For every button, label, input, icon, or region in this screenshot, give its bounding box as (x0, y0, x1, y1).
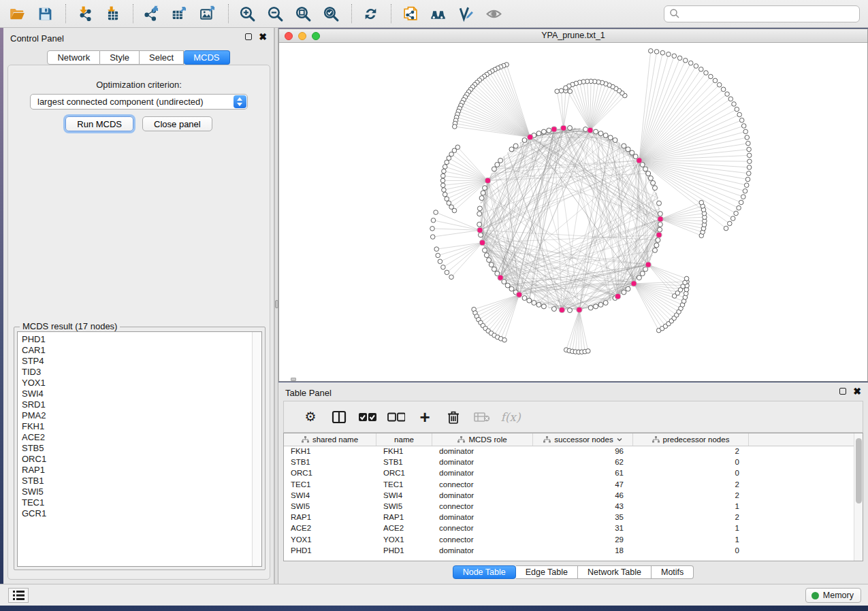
column-header-name[interactable]: name (376, 433, 432, 446)
table-tab-node-table[interactable]: Node Table (453, 565, 516, 579)
delete-columns-icon[interactable] (439, 407, 468, 427)
table-row[interactable]: RAP1RAP1dominator352 (284, 512, 863, 523)
table-row[interactable]: ACE2ACE2connector311 (284, 523, 863, 534)
result-node-item[interactable]: SRD1 (22, 399, 249, 410)
close-panel-icon[interactable]: ✖ (259, 33, 267, 40)
search-input[interactable] (664, 5, 860, 22)
result-node-item[interactable]: PMA2 (22, 410, 249, 421)
zoom-selected-icon[interactable] (321, 4, 341, 23)
memory-button[interactable]: Memory (805, 588, 861, 603)
table-cell: dominator (432, 457, 533, 468)
result-node-item[interactable]: STB1 (22, 476, 249, 486)
run-mcds-button[interactable]: Run MCDS (65, 116, 133, 131)
application-window: Control Panel ✖ NetworkStyleSelectMCDS O… (0, 0, 868, 611)
table-tab-edge-table[interactable]: Edge Table (516, 565, 578, 579)
horizontal-splitter-grip[interactable] (291, 378, 296, 381)
table-row[interactable]: SWI4SWI4dominator462 (284, 491, 863, 501)
close-table-panel-icon[interactable]: ✖ (853, 388, 861, 395)
table-tab-motifs[interactable]: Motifs (652, 565, 694, 579)
result-node-item[interactable]: CAR1 (22, 345, 249, 356)
result-node-item[interactable]: PHD1 (22, 334, 249, 345)
tab-mcds[interactable]: MCDS (184, 50, 229, 65)
network-canvas[interactable] (279, 43, 867, 381)
result-node-item[interactable]: ORC1 (22, 454, 249, 465)
show-columns-icon[interactable] (325, 407, 353, 427)
result-node-item[interactable]: TID3 (22, 367, 249, 378)
result-node-item[interactable]: FKH1 (22, 421, 249, 432)
export-image-icon[interactable] (197, 4, 218, 23)
deselect-all-columns-icon[interactable] (382, 407, 411, 427)
refresh-layout-icon[interactable] (360, 4, 381, 23)
export-table-icon[interactable] (170, 4, 190, 23)
result-list-scrollbar[interactable] (252, 332, 261, 566)
column-header-successor-nodes[interactable]: successor nodes (533, 433, 633, 446)
table-row[interactable]: SWI5SWI5connector431 (284, 501, 863, 512)
result-node-item[interactable]: GCR1 (22, 508, 249, 519)
window-zoom-button[interactable] (312, 32, 320, 40)
float-panel-icon[interactable] (245, 33, 252, 40)
table-cell: 62 (533, 457, 633, 468)
result-node-item[interactable]: SWI5 (22, 486, 249, 497)
show-hide-eye-icon (483, 4, 504, 23)
result-node-item[interactable]: RAP1 (22, 465, 249, 476)
table-cell: connector (432, 480, 533, 491)
result-node-item[interactable]: ACE2 (22, 432, 249, 443)
toggle-graphics-details-icon[interactable] (455, 4, 476, 23)
window-close-button[interactable] (285, 32, 293, 40)
tab-style[interactable]: Style (100, 50, 140, 65)
function-builder-icon: f(x) (496, 407, 525, 427)
float-table-panel-icon[interactable] (839, 388, 846, 395)
new-network-from-selection-icon[interactable] (400, 4, 420, 23)
control-panel: Control Panel ✖ NetworkStyleSelectMCDS O… (3, 28, 274, 584)
table-row[interactable]: FKH1FKH1dominator962 (284, 446, 863, 457)
table-tab-network-table[interactable]: Network Table (578, 565, 652, 579)
table-cell: 43 (533, 501, 633, 512)
table-row[interactable]: ORC1ORC1dominator610 (284, 468, 863, 479)
table-cell: 18 (533, 546, 633, 557)
table-row[interactable]: YOX1YOX1connector291 (284, 535, 863, 546)
network-graph[interactable] (279, 43, 867, 381)
control-panel-title: Control Panel (10, 33, 64, 44)
close-panel-button[interactable]: Close panel (142, 116, 212, 131)
result-node-item[interactable]: YOX1 (22, 378, 249, 389)
mcds-result-list[interactable]: PHD1CAR1STP4TID3YOX1SWI4SRD1PMA2FKH1ACE2… (17, 331, 262, 567)
open-file-icon[interactable] (7, 4, 27, 23)
column-header-shared-name[interactable]: shared name (284, 433, 376, 446)
column-header-predecessor-nodes[interactable]: predecessor nodes (633, 433, 749, 446)
zoom-out-icon[interactable] (265, 4, 285, 23)
mcds-result-groupbox: MCDS result (17 nodes) PHD1CAR1STP4TID3Y… (14, 327, 266, 570)
save-session-icon[interactable] (35, 4, 55, 23)
table-scrollbar-thumb[interactable] (856, 438, 862, 503)
column-header-MCDS-role[interactable]: MCDS role (432, 433, 533, 446)
node-table-header: shared namenameMCDS rolesuccessor nodesp… (284, 433, 863, 446)
result-node-item[interactable]: TEC1 (22, 497, 249, 508)
table-row[interactable]: STB1STB1dominator620 (284, 457, 863, 468)
table-cell: ORC1 (376, 468, 432, 479)
result-node-item[interactable]: STP4 (22, 356, 249, 367)
optimization-criterion-dropdown[interactable]: largest connected component (undirected) (30, 94, 248, 110)
node-table-body: FKH1FKH1dominator962STB1STB1dominator620… (284, 446, 863, 557)
table-cell: SWI4 (376, 491, 432, 501)
import-network-icon[interactable] (74, 4, 95, 23)
create-column-icon[interactable]: + (411, 407, 439, 427)
table-settings-icon[interactable]: ⚙ (296, 407, 325, 427)
table-row[interactable]: PHD1PHD1dominator180 (284, 546, 863, 557)
tab-select[interactable]: Select (140, 50, 184, 65)
mcds-result-title: MCDS result (17 nodes) (20, 321, 120, 331)
result-node-item[interactable]: SWI4 (22, 389, 249, 399)
table-cell: ACE2 (284, 523, 376, 534)
export-network-icon[interactable] (142, 4, 162, 23)
zoom-in-icon[interactable] (237, 4, 257, 23)
table-cell: 1 (633, 523, 749, 534)
select-all-columns-icon[interactable] (353, 407, 382, 427)
table-row[interactable]: TEC1TEC1connector472 (284, 480, 863, 491)
table-scrollbar[interactable] (854, 433, 863, 561)
import-table-icon[interactable] (102, 4, 123, 23)
zoom-fit-icon[interactable] (293, 4, 313, 23)
network-window-titlebar[interactable]: YPA_prune.txt_1 (279, 29, 867, 43)
find-icon[interactable] (428, 4, 448, 23)
window-minimize-button[interactable] (298, 32, 306, 40)
task-history-button[interactable] (8, 588, 29, 603)
result-node-item[interactable]: STB5 (22, 443, 249, 454)
tab-network[interactable]: Network (47, 50, 100, 65)
